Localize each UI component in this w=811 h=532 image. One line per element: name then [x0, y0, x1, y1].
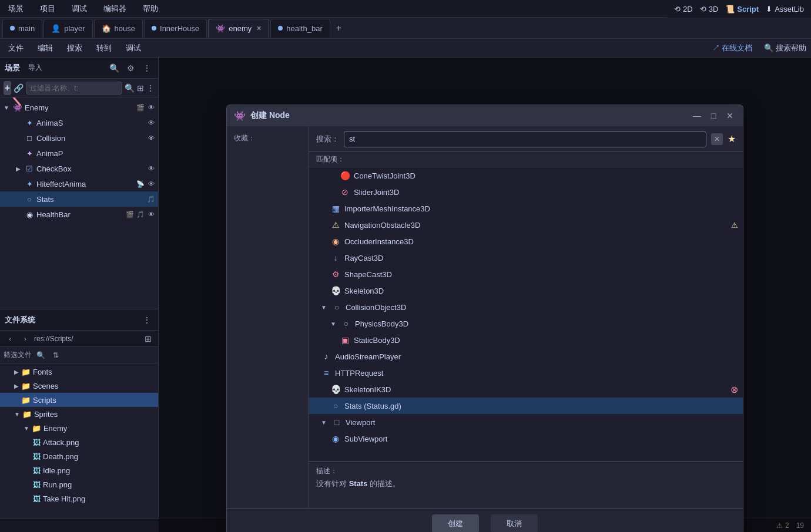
- dialog-minimize-btn[interactable]: —: [691, 110, 703, 122]
- list-item-navobstacle[interactable]: ⚠ NavigationObstacle3D ⚠: [309, 217, 743, 233]
- file-filter-search-icon[interactable]: 🔍: [34, 349, 47, 362]
- sec-btn-debug[interactable]: 调试: [122, 42, 145, 55]
- list-item-physicsbody3d[interactable]: ▼ ○ PhysicsBody3D: [309, 315, 743, 332]
- tab-healthbar[interactable]: health_bar: [270, 19, 330, 38]
- scene-grid-icon[interactable]: ⊞: [137, 82, 144, 95]
- sec-btn-edit[interactable]: 编辑: [34, 42, 56, 55]
- scene-tree: ▼ 👾 Enemy 🎬 👁: [0, 97, 158, 309]
- stats-icon: ○: [25, 194, 34, 204]
- tree-item-animas[interactable]: ▶ ✦ AnimaS 👁: [0, 115, 158, 130]
- file-item-fonts[interactable]: ▶ 📁 Fonts: [0, 365, 158, 379]
- tree-item-healthbar[interactable]: ▶ ◉ HealthBar 🎬 🎵 👁: [0, 207, 158, 222]
- dialog-maximize-btn[interactable]: □: [708, 110, 719, 122]
- stats-node-icon: ○: [330, 401, 341, 410]
- list-item-raycast3d[interactable]: ↓ RayCast3D: [309, 250, 743, 266]
- tree-item-checkbox[interactable]: ▶ ☑ CheckBox 👁: [0, 161, 158, 176]
- scene-search-input[interactable]: [26, 82, 122, 95]
- tree-item-animap[interactable]: ▶ ✦ AnimaP: [0, 146, 158, 161]
- tree-label-animap: AnimaP: [36, 149, 156, 158]
- file-item-scenes[interactable]: ▶ 📁 Scenes: [0, 379, 158, 393]
- scene-dots-icon[interactable]: ⋮: [146, 82, 155, 95]
- tree-item-collision[interactable]: ▶ □ Collision 👁: [0, 130, 158, 146]
- search-star-btn[interactable]: ★: [728, 133, 736, 144]
- file-filter-sort-icon[interactable]: ⇅: [49, 349, 62, 362]
- list-item-conetwistjoint3d[interactable]: 🔴 ConeTwistJoint3D: [309, 167, 743, 184]
- list-item-collisionobject3d[interactable]: ▼ ○ CollisionObject3D: [309, 299, 743, 315]
- menu-editor[interactable]: 编辑器: [100, 2, 130, 15]
- list-item-staticbody3d[interactable]: ▣ StaticBody3D: [309, 332, 743, 348]
- tree-item-enemy[interactable]: ▼ 👾 Enemy 🎬 👁: [0, 100, 158, 115]
- btn-assetlib[interactable]: ⬇ AssetLib: [766, 5, 804, 14]
- assetlib-icon: ⬇: [766, 5, 772, 14]
- skeletonik-close-btn[interactable]: ⊗: [730, 384, 738, 395]
- sec-btn-search[interactable]: 搜索: [63, 42, 86, 55]
- scenes-arrow: ▶: [14, 383, 19, 389]
- menu-help[interactable]: 帮助: [139, 2, 162, 15]
- cancel-button[interactable]: 取消: [491, 514, 538, 533]
- slider-icon: ⊘: [340, 187, 350, 197]
- file-back-btn[interactable]: ‹: [4, 332, 16, 345]
- menu-debug[interactable]: 调试: [68, 2, 91, 15]
- file-item-scripts[interactable]: ▶ 📁 Scripts: [0, 393, 158, 407]
- list-item-viewport[interactable]: ▼ □ Viewport: [309, 414, 743, 430]
- dialog-title-icon: 👾: [234, 110, 246, 122]
- file-forward-btn[interactable]: ›: [19, 332, 32, 345]
- file-item-enemy-folder[interactable]: ▼ 📁 Enemy: [0, 421, 158, 435]
- sec-btn-goto[interactable]: 转到: [93, 42, 115, 55]
- file-item-attack[interactable]: 🖼 Attack.png: [0, 435, 158, 449]
- scene-settings-icon[interactable]: ⚙: [124, 62, 137, 75]
- create-button[interactable]: 创建: [432, 514, 479, 533]
- scene-more-icon[interactable]: ⋮: [140, 62, 153, 75]
- btn-2d[interactable]: ⟲ 2D: [674, 5, 693, 14]
- search-help-button[interactable]: 🔍 搜索帮助: [764, 43, 806, 53]
- list-item-subviewport[interactable]: ◉ SubViewport: [309, 430, 743, 447]
- navobstacle-label: NavigationObstacle3D: [344, 221, 728, 230]
- list-item-httprequest[interactable]: ≡ HTTPRequest: [309, 365, 743, 381]
- tree-item-stats[interactable]: ▶ ○ Stats 🎵: [0, 191, 158, 207]
- dialog-close-btn[interactable]: ✕: [724, 110, 736, 122]
- search-clear-btn[interactable]: ✕: [711, 133, 723, 145]
- menu-scene[interactable]: 场景: [5, 2, 27, 15]
- tab-house[interactable]: 🏠 house: [94, 19, 143, 38]
- list-item-occluder[interactable]: ◉ OccluderInstance3D: [309, 233, 743, 250]
- enemy-right-icons: 🎬 👁: [136, 103, 156, 112]
- file-panel-more[interactable]: ⋮: [140, 314, 153, 326]
- menu-project[interactable]: 项目: [36, 2, 59, 15]
- tab-add-button[interactable]: +: [331, 23, 346, 33]
- btn-3d[interactable]: ⟲ 3D: [700, 5, 719, 14]
- tree-item-hiteffect[interactable]: ▶ ✦ HiteffectAnima 📡 👁: [0, 176, 158, 191]
- tab-enemy[interactable]: 👾 enemy ✕: [208, 19, 269, 38]
- online-doc-button[interactable]: ↗ 在线文档: [712, 43, 753, 53]
- dialog-search-input[interactable]: [344, 131, 706, 147]
- btn-script[interactable]: 📜 Script: [725, 5, 759, 14]
- tab-player[interactable]: 👤 player: [43, 19, 92, 38]
- file-copy-btn[interactable]: ⊞: [142, 332, 155, 345]
- scene-filter-icon[interactable]: 🔍: [108, 62, 120, 75]
- tab-close-enemy[interactable]: ✕: [256, 25, 262, 32]
- list-item-shapecast3d[interactable]: ⚙ ShapeCast3D: [309, 266, 743, 282]
- file-item-death[interactable]: 🖼 Death.png: [0, 449, 158, 463]
- secondary-toolbar: 文件 编辑 搜索 转到 调试 ↗ 在线文档 🔍 搜索帮助: [0, 39, 811, 58]
- scene-add-button[interactable]: +: [4, 81, 11, 95]
- sec-btn-file[interactable]: 文件: [5, 42, 27, 55]
- scene-search-icon[interactable]: 🔍: [125, 82, 135, 95]
- file-item-sprites[interactable]: ▼ 📁 Sprites: [0, 407, 158, 421]
- list-item-audiostreamplayer[interactable]: ♪ AudioStreamPlayer: [309, 348, 743, 365]
- run-icon: 🖼: [33, 480, 41, 489]
- list-item-importermesh[interactable]: ▦ ImporterMeshInstance3D: [309, 200, 743, 217]
- scene-link-icon[interactable]: 🔗: [14, 82, 24, 95]
- staticbody-label: StaticBody3D: [354, 336, 738, 345]
- list-item-stats[interactable]: ○ Stats (Status.gd): [309, 398, 743, 414]
- file-item-idle[interactable]: 🖼 Idle.png: [0, 463, 158, 477]
- file-item-takehit[interactable]: 🖼 Take Hit.png: [0, 491, 158, 506]
- tab-innerhouse[interactable]: InnerHouse: [144, 19, 207, 38]
- file-item-run[interactable]: 🖼 Run.png: [0, 477, 158, 491]
- importermesh-label: ImporterMeshInstance3D: [344, 204, 738, 213]
- list-item-skeleton3d[interactable]: 💀 Skeleton3D: [309, 282, 743, 299]
- navobstacle-icon: ⚠: [330, 220, 341, 230]
- tab-main[interactable]: main: [2, 19, 42, 38]
- list-item-skeletonik3d[interactable]: 💀 SkeletonIK3D ⊗: [309, 381, 743, 398]
- occluder-label: OccluderInstance3D: [344, 237, 738, 246]
- list-item-sliderjoint3d[interactable]: ⊘ SliderJoint3D: [309, 184, 743, 200]
- physicsbody-icon: ○: [341, 319, 351, 328]
